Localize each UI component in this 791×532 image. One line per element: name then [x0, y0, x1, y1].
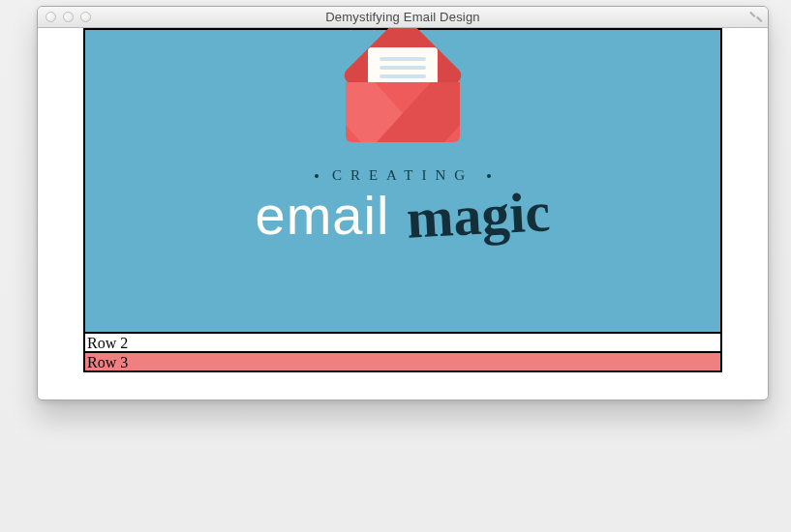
resize-icon[interactable] — [749, 10, 763, 23]
window-controls — [38, 12, 91, 22]
table-row: Row 2 — [84, 333, 721, 352]
app-window: Demystifying Email Design — [37, 6, 769, 400]
dot-icon — [487, 174, 491, 178]
minimize-icon[interactable] — [63, 12, 74, 22]
row3-label: Row 3 — [87, 354, 128, 370]
email-template: CREATING email magic Row 2 Row 3 — [83, 28, 722, 372]
dot-icon — [315, 174, 319, 178]
tagline-word-1: email — [256, 189, 390, 243]
table-row: Row 3 — [84, 352, 721, 371]
hero-tagline: email magic — [256, 188, 551, 244]
tagline-word-2: magic — [406, 184, 552, 248]
window-title: Demystifying Email Design — [38, 10, 768, 24]
zoom-icon[interactable] — [80, 12, 91, 22]
window-content: CREATING email magic Row 2 Row 3 — [38, 28, 768, 399]
hero-row: CREATING email magic — [84, 29, 721, 333]
row2-label: Row 2 — [87, 335, 128, 351]
envelope-icon — [346, 57, 460, 142]
close-icon[interactable] — [46, 12, 56, 22]
titlebar[interactable]: Demystifying Email Design — [38, 7, 768, 28]
hero-graphic: CREATING email magic — [85, 57, 720, 244]
hero-label-text: CREATING — [332, 167, 473, 184]
hero-label-top: CREATING — [315, 167, 491, 184]
